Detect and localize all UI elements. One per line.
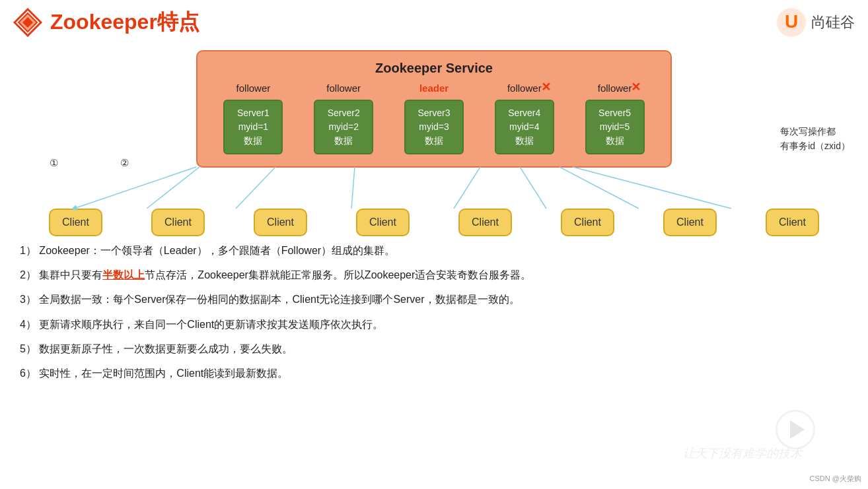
server3-role: leader [419,82,449,97]
main-content: Zookeeper Service follower Server1myid=1… [0,45,868,236]
content-1-text: Zookeeper：一个领导者（Leader），多个跟随者（Follower）组… [39,245,395,256]
server5-x-mark: ✕ [631,80,641,94]
content-item-2: 2） 集群中只要有半数以上节点存活，Zookeeper集群就能正常服务。所以Zo… [20,266,848,284]
annotation-1: ① [50,157,58,169]
header-left: Zookeeper特点 [13,8,199,37]
content-item-4: 4） 更新请求顺序执行，来自同一个Client的更新请求按其发送顺序依次执行。 [20,315,848,333]
svg-line-11 [560,167,639,209]
brand-icon: U [776,7,807,38]
svg-line-8 [351,167,355,209]
note-right: 每次写操作都 有事务id（zxid） [780,124,850,154]
content-1-prefix: 1） [20,245,36,256]
server5-box: Server5myid=5数据 [585,100,645,154]
client-6: Client [561,209,614,236]
server2-role: follower [326,82,361,97]
diagram-area: Zookeeper Service follower Server1myid=1… [18,45,850,236]
logo-right: U 尚硅谷 [776,7,855,38]
servers-row: follower Server1myid=1数据 follower Server… [211,82,657,154]
note-line1: 每次写操作都 [780,124,850,139]
server1-role: follower [236,82,271,97]
content-item-5: 5） 数据更新原子性，一次数据更新要么成功，要么失败。 [20,340,848,358]
svg-line-12 [573,167,731,209]
client-7: Client [663,209,717,236]
note-line2: 有事务id（zxid） [780,139,850,153]
brand-name: 尚硅谷 [811,13,855,32]
server-col-2: follower Server2myid=2数据 [314,82,373,154]
header: Zookeeper特点 U 尚硅谷 [0,0,868,45]
content-5-text: 数据更新原子性，一次数据更新要么成功，要么失败。 [39,343,293,354]
server-col-4: follower ✕ Server4myid=4数据 [495,82,554,154]
logo-diamond-icon [13,8,42,37]
client-1: Client [49,209,102,236]
server1-box: Server1myid=1数据 [223,100,283,154]
play-watermark [776,410,815,449]
content-3-prefix: 3） [20,294,36,305]
content-item-6: 6） 实时性，在一定时间范围内，Client能读到最新数据。 [20,364,848,382]
annotation-2: ② [120,157,129,169]
zk-service-title: Zookeeper Service [211,61,657,76]
content-item-1: 1） Zookeeper：一个领导者（Leader），多个跟随者（Followe… [20,242,848,259]
server-col-3: leader Server3myid=3数据 [404,82,464,154]
content-4-text: 更新请求顺序执行，来自同一个Client的更新请求按其发送顺序依次执行。 [39,319,383,330]
svg-line-10 [520,167,546,209]
server2-box: Server2myid=2数据 [314,100,373,154]
play-triangle-icon [790,420,805,439]
page-title: Zookeeper特点 [50,8,199,37]
server4-role: follower ✕ [507,82,542,97]
content-6-text: 实时性，在一定时间范围内，Client能读到最新数据。 [39,368,288,379]
content-4-prefix: 4） [20,319,36,330]
csdn-text: CSDN @火柴购 [810,474,861,482]
server4-x-mark: ✕ [541,80,551,94]
server-col-1: follower Server1myid=1数据 [223,82,283,154]
client-8: Client [766,209,819,236]
server4-box: Server4myid=4数据 [495,100,554,154]
content-2-highlight: 半数以上 [102,269,145,280]
content-5-prefix: 5） [20,343,36,354]
svg-line-7 [236,167,275,209]
client-3: Client [254,209,307,236]
watermark-text: 让天下没有难学的技术 [683,445,802,461]
content-section: 1） Zookeeper：一个领导者（Leader），多个跟随者（Followe… [0,236,868,382]
content-2-prefix: 2） [20,269,36,280]
client-4: Client [356,209,410,236]
zk-service-box: Zookeeper Service follower Server1myid=1… [196,50,672,168]
client-5: Client [458,209,512,236]
content-item-3: 3） 全局数据一致：每个Server保存一份相同的数据副本，Client无论连接… [20,290,848,308]
svg-line-5 [74,167,196,209]
svg-line-9 [454,167,480,209]
content-3-text: 全局数据一致：每个Server保存一份相同的数据副本，Client无论连接到哪个… [39,294,519,305]
clients-area: Client Client Client Client Client Clien… [18,209,850,236]
content-2-text-after: 节点存活，Zookeeper集群就能正常服务。所以Zookeeper适合安装奇数… [145,269,531,280]
server3-box: Server3myid=3数据 [404,100,464,154]
server-col-5: follower ✕ Server5myid=5数据 [585,82,645,154]
csdn-badge: CSDN @火柴购 [810,474,861,484]
client-2: Client [151,209,205,236]
content-6-prefix: 6） [20,368,36,379]
svg-text:U: U [785,11,798,32]
content-2-text-before: 集群中只要有 [39,269,102,280]
zk-service-wrapper: Zookeeper Service follower Server1myid=1… [196,45,672,168]
svg-line-6 [147,167,199,209]
server5-role: follower ✕ [598,82,632,97]
